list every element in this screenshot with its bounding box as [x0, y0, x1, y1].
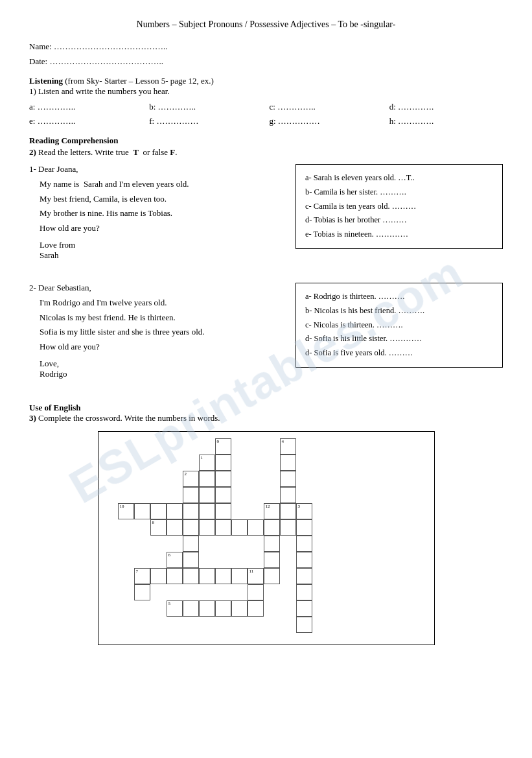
cw-7-c6: [215, 568, 231, 584]
cw-4-r1: [280, 455, 296, 471]
cw-4-r5: [280, 519, 296, 536]
cw-5-c4: [183, 600, 199, 617]
listening-item-d: d: ………….: [389, 102, 503, 112]
letter1-tf-2: b- Camila is her sister. ……….: [305, 185, 493, 200]
cw-5-c5: [199, 600, 215, 617]
letter2-number: 2-: [29, 283, 38, 292]
cw-3-r4: 3: [296, 503, 312, 519]
letter1-tf-3: c- Camila is ten years old. ………: [305, 200, 493, 214]
cw-7-c9: [264, 568, 280, 584]
use-english-label: Use of English: [29, 403, 503, 413]
cw-8-c3: [167, 519, 183, 536]
cw-6-r7: 6: [167, 552, 183, 568]
listening-item-h: h: ………….: [389, 116, 503, 126]
letter2-tf-2: b- Nicolas is his best friend. ……….: [305, 304, 493, 318]
cw-3-r11: [296, 617, 312, 633]
cw-3-r7: [296, 552, 312, 568]
crossword-container: .cw-cell { position: absolute; width: 25…: [98, 431, 435, 645]
cw-3-r8: [296, 568, 312, 584]
letter2-tf-1: a- Rodrigo is thirteen. ……….: [305, 290, 493, 304]
cw-10-c2: [150, 503, 167, 519]
reading-title: Reading Comprehension: [29, 136, 503, 146]
cw-7-c2: [150, 568, 167, 584]
letter1-tf-1: a- Sarah is eleven years old. …T..: [305, 171, 493, 185]
cw-4-r2: [280, 471, 296, 487]
letter1-number: 1-: [29, 164, 38, 174]
cw-4-r0: 4: [280, 438, 296, 455]
letter1-text: 1- Dear Joana, My name is Sarah and I'm …: [29, 164, 288, 272]
cw-3-r5: [296, 519, 312, 536]
cw-5-c3: 5: [167, 600, 183, 617]
letter2-tf-4: d- Sofia is his little sister. …………: [305, 332, 493, 346]
listening-item-g: g: ……………: [270, 116, 383, 126]
cw-7-c1: 7: [134, 568, 150, 584]
letter1-tf-4: d- Tobias is her brother ………: [305, 213, 493, 228]
cw-1-r2: [199, 471, 215, 487]
letter1-closing: Love from Sarah: [29, 240, 288, 261]
cw-8-c7: [231, 519, 248, 536]
cw-10-c3: [167, 503, 183, 519]
cw-11-r9: [248, 600, 264, 617]
cw-9-r2: [215, 471, 231, 487]
cw-9-r1: [215, 455, 231, 471]
cw-7-c5: [199, 568, 215, 584]
cw-3-r6: [296, 536, 312, 552]
page-title: Numbers – Subject Pronouns / Possessive …: [29, 19, 503, 30]
cw-2-r2: 2: [183, 471, 199, 487]
cw-1-r1: 1: [199, 455, 215, 471]
cw-8-c6: [215, 519, 231, 536]
date-field: Date: …………………………………..: [29, 54, 503, 69]
cw-9-r0: 9: [215, 438, 231, 455]
cw-10-c0: 10: [118, 503, 134, 519]
listening-item-b: b: …………..: [149, 102, 262, 112]
cw-3-r10: [296, 600, 312, 617]
cw-1-r3: [199, 487, 215, 503]
cw-12-r6: [264, 536, 280, 552]
cw-9-r3: [215, 487, 231, 503]
listening-item-e: e: …………..: [29, 116, 143, 126]
listening-instruction: 1) Listen and write the numbers you hear…: [29, 86, 503, 97]
letter2-closing: Love, Rodrigo: [29, 359, 288, 379]
cw-extra-1: [134, 584, 150, 600]
cw-5-c7: [231, 600, 248, 617]
cw-2-r7: [183, 552, 199, 568]
letter2-tf-5: d- Sofia is five years old. ………: [305, 346, 493, 361]
cw-8-c2: 8: [150, 519, 167, 536]
letter1-tf-box: a- Sarah is eleven years old. …T.. b- Ca…: [295, 164, 503, 249]
cw-12-r7: [264, 552, 280, 568]
cw-4-r3: [280, 487, 296, 503]
listening-item-a: a: …………..: [29, 102, 143, 112]
letter1-body: My name is Sarah and I'm eleven years ol…: [29, 177, 288, 236]
letter2-text: 2- Dear Sebastian, I'm Rodrigo and I'm t…: [29, 283, 288, 391]
listening-grid: a: ………….. b: ………….. c: ………….. d: …………. e…: [29, 102, 503, 126]
listening-label: Listening: [29, 76, 63, 86]
cw-11-r8: [248, 584, 264, 600]
listening-item-f: f: ……………: [149, 116, 262, 126]
cw-8-c5: [199, 519, 215, 536]
cw-10-c4: [183, 503, 199, 519]
cw-10-c5: [199, 503, 215, 519]
letter1-header: 1- Dear Joana,: [29, 164, 288, 174]
crossword-instruction: 3) Complete the crossword. Write the num…: [29, 413, 503, 423]
cw-7-c4: [183, 568, 199, 584]
cw-2-r6: [183, 536, 199, 552]
cw-12-r5: [264, 519, 280, 536]
cw-5-c6: [215, 600, 231, 617]
cw-10-c6: [215, 503, 231, 519]
cw-4-r4: [280, 503, 296, 519]
letter2-header: 2- Dear Sebastian,: [29, 283, 288, 293]
name-field: Name: …………………………………..: [29, 39, 503, 54]
cw-7-c3: [167, 568, 183, 584]
reading-instruction: 2) Read the letters. Write true T or fal…: [29, 147, 503, 158]
letter1-tf-5: e- Tobias is nineteen. …………: [305, 228, 493, 242]
cw-10-c1: [134, 503, 150, 519]
cw-8-c4: [183, 519, 199, 536]
letter2-body: I'm Rodrigo and I'm twelve years old. Ni…: [29, 296, 288, 355]
listening-item-c: c: …………..: [270, 102, 383, 112]
letter2-tf-3: c- Nicolas is thirteen. ……….: [305, 318, 493, 333]
cw-8-c8: [248, 519, 264, 536]
letter2-tf-box: a- Rodrigo is thirteen. ………. b- Nicolas …: [295, 283, 503, 368]
cw-12-r4: 12: [264, 503, 280, 519]
cw-11-r7: 11: [248, 568, 264, 584]
cw-7-c7: [231, 568, 248, 584]
